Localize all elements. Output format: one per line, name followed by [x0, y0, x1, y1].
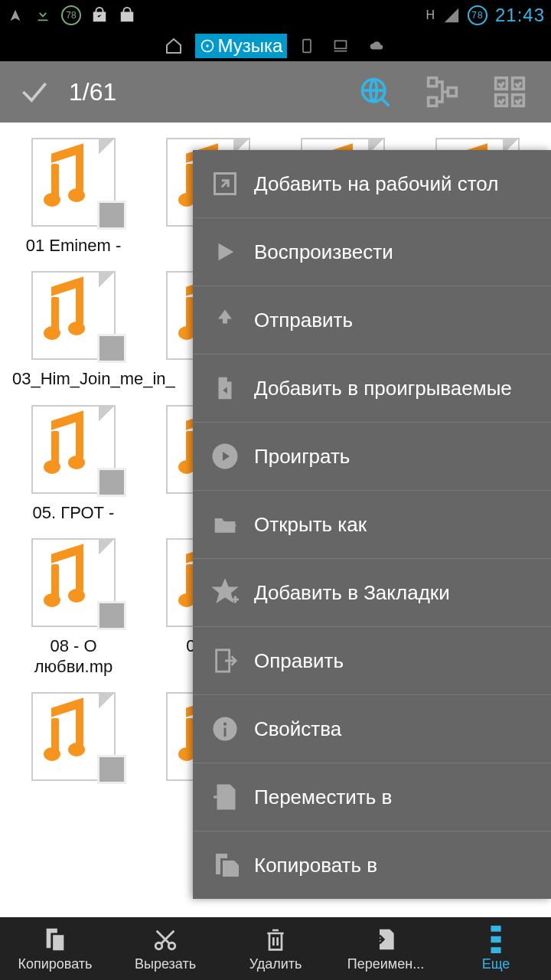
music-file-icon [24, 402, 123, 498]
file-item[interactable]: 08 - О любви.mp [8, 531, 139, 681]
rename-icon [373, 926, 398, 953]
bottom-toolbar: Копировать Вырезать Удалить Переимен... … [0, 917, 551, 980]
context-menu: Добавить на рабочий стол Воспроизвести О… [193, 150, 551, 899]
search-button[interactable] [357, 74, 393, 110]
copy-label: Копировать [18, 956, 93, 972]
menu-label: Добавить на рабочий стол [254, 172, 498, 196]
svg-rect-20 [491, 947, 500, 952]
svg-rect-3 [335, 41, 347, 48]
music-file-icon [24, 535, 123, 632]
battery-circle-icon: 78 [61, 5, 81, 25]
trash-icon [263, 926, 288, 953]
folder-open-icon [210, 509, 240, 540]
menu-label: Добавить в проигрываемые [254, 377, 512, 400]
svg-rect-6 [429, 97, 437, 106]
menu-label: Отправить [254, 309, 353, 332]
bag-icon-2 [118, 6, 136, 24]
more-label: Еще [482, 956, 510, 972]
menu-label: Свойства [254, 717, 341, 741]
menu-play2[interactable]: Проиграть [193, 423, 551, 491]
copy-button[interactable]: Копировать [0, 917, 110, 980]
clock-text: 21:43 [495, 5, 545, 26]
file-label: 01 Eminem - [26, 236, 122, 256]
rename-button[interactable]: Переимен... [331, 917, 441, 980]
menu-label: Проиграть [254, 445, 350, 469]
delete-label: Удалить [249, 956, 302, 972]
more-button[interactable]: Еще [441, 917, 551, 980]
file-label: 03_Him_Join_me_in_ [12, 369, 135, 389]
svg-rect-19 [491, 936, 500, 942]
selection-counter: 1/61 [69, 78, 357, 106]
copy-to-icon [210, 850, 240, 880]
network-icon: H [425, 8, 435, 22]
music-file-icon [24, 268, 123, 364]
play-circle-icon [210, 441, 240, 472]
star-plus-icon [210, 577, 240, 608]
computer-icon[interactable] [327, 37, 354, 55]
phone-icon[interactable] [295, 35, 319, 57]
file-item[interactable]: 03_Him_Join_me_in_ [8, 263, 139, 394]
svg-point-1 [206, 44, 208, 47]
menu-send2[interactable]: Оправить [193, 627, 551, 695]
svg-rect-7 [448, 88, 456, 96]
download-icon [34, 6, 52, 24]
signal-icon [443, 7, 460, 24]
menu-open-as[interactable]: Открыть как [193, 491, 551, 559]
bag-icon [90, 6, 109, 24]
menu-add-playlist[interactable]: Добавить в проигрываемые [193, 354, 551, 423]
scissors-icon [152, 926, 178, 953]
menu-send[interactable]: Отправить [193, 286, 551, 354]
menu-label: Оправить [254, 649, 344, 673]
tab-music-label: Музыка [218, 35, 283, 57]
svg-rect-18 [491, 926, 500, 931]
export-icon [210, 645, 240, 676]
music-file-icon [24, 689, 123, 786]
cloud-icon[interactable] [362, 38, 391, 54]
status-bar: 78 H 78 21:43 [0, 0, 551, 31]
file-item[interactable]: 01 Eminem - [8, 130, 139, 260]
cut-button[interactable]: Вырезать [110, 917, 220, 980]
svg-rect-2 [303, 40, 311, 53]
menu-label: Воспроизвести [254, 240, 393, 264]
menu-play[interactable]: Воспроизвести [193, 218, 551, 286]
copy-icon [42, 926, 68, 953]
file-label: 08 - О любви.mp [12, 636, 135, 677]
menu-label: Добавить в Закладки [254, 581, 450, 605]
rename-label: Переимен... [347, 956, 424, 972]
menu-properties[interactable]: Свойства [193, 695, 551, 763]
file-item[interactable]: 05. ГРОТ - [8, 397, 139, 528]
menu-move-to[interactable]: Переместить в [193, 763, 551, 831]
cut-label: Вырезать [135, 956, 196, 972]
file-label: 05. ГРОТ - [33, 503, 115, 523]
tree-view-button[interactable] [424, 74, 461, 110]
deselect-button[interactable] [0, 75, 69, 109]
tab-music[interactable]: Музыка [195, 34, 288, 58]
svg-rect-5 [429, 78, 437, 87]
file-item[interactable] [8, 684, 139, 795]
move-icon [210, 782, 240, 812]
music-file-icon [24, 135, 123, 231]
delete-button[interactable]: Удалить [220, 917, 331, 980]
nav-tabs: Музыка [0, 31, 551, 61]
select-all-button[interactable] [491, 74, 528, 110]
more-icon [491, 926, 501, 953]
info-icon [210, 714, 240, 744]
share-icon [210, 305, 240, 335]
menu-label: Переместить в [254, 786, 392, 809]
playlist-icon [210, 373, 240, 403]
menu-label: Открыть как [254, 513, 367, 537]
shortcut-icon [210, 168, 240, 199]
selection-toolbar: 1/61 [0, 61, 551, 122]
play-icon [210, 237, 240, 267]
menu-add-desktop[interactable]: Добавить на рабочий стол [193, 150, 551, 218]
usb-icon [6, 6, 24, 24]
menu-copy-to[interactable]: Копировать в [193, 831, 551, 899]
clock-circle-icon: 78 [468, 5, 487, 25]
menu-bookmark[interactable]: Добавить в Закладки [193, 559, 551, 627]
menu-label: Копировать в [254, 854, 377, 877]
home-icon[interactable] [160, 35, 187, 57]
